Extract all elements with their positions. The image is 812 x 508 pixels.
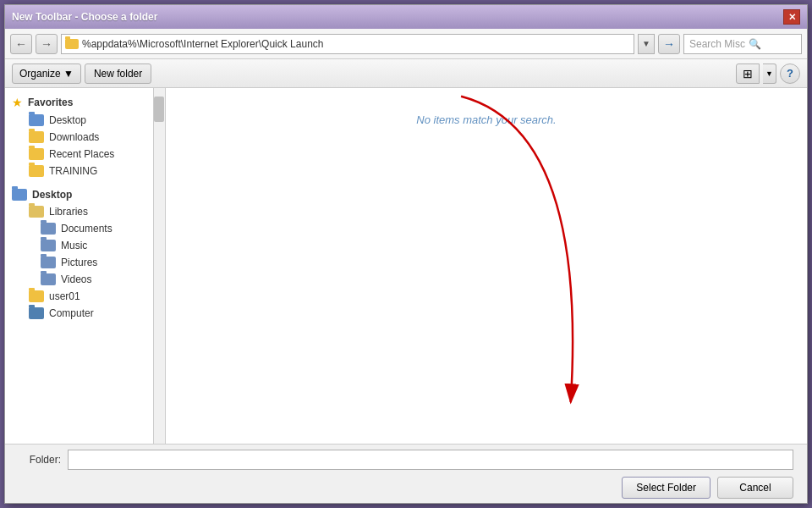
sidebar-videos-label: Videos [61,273,91,285]
bottom-bar: Folder: Select Folder Cancel [5,444,807,503]
recent-folder-icon [29,148,44,160]
sidebar-training-label: TRAINING [49,165,97,177]
organize-label: Organize ▼ [19,68,74,80]
sidebar-computer-label: Computer [49,307,94,319]
desktop-section-icon [12,189,27,201]
address-input-wrap: %appdata%\Microsoft\Internet Explorer\Qu… [61,34,634,54]
videos-folder-icon [41,273,56,285]
dialog-title: New Toolbar - Choose a folder [12,11,157,23]
sidebar-item-user[interactable]: user01 [5,288,153,305]
sidebar-scroll-thumb[interactable] [154,97,164,122]
computer-folder-icon [29,307,44,319]
go-button[interactable]: → [658,34,680,54]
toolbar: Organize ▼ New folder ⊞ ▼ ? [5,59,807,88]
sidebar-desktop-label: Desktop [49,114,86,126]
documents-folder-icon [41,223,56,235]
folder-input[interactable] [68,450,793,470]
new-folder-button[interactable]: New folder [85,64,151,84]
folder-input-row: Folder: [19,450,793,470]
sidebar-item-training[interactable]: TRAINING [5,163,153,179]
content-area: No items match your search. [166,88,807,444]
address-text[interactable]: %appdata%\Microsoft\Internet Explorer\Qu… [82,38,630,50]
search-icon: 🔍 [749,38,761,50]
sidebar-item-computer[interactable]: Computer [5,305,153,322]
sidebar-item-pictures[interactable]: Pictures [5,254,153,271]
address-folder-icon [65,39,79,49]
buttons-row: Select Folder Cancel [19,477,793,499]
sidebar-item-desktop[interactable]: Desktop [5,112,153,129]
libraries-folder-icon [29,206,44,218]
sidebar: ★ Favorites Desktop Downloads Recent Pla… [5,88,166,444]
desktop-folder-icon [29,114,44,126]
favorites-label: Favorites [28,97,73,108]
sidebar-content: ★ Favorites Desktop Downloads Recent Pla… [5,88,165,327]
search-placeholder: Search Misc [689,38,745,50]
new-folder-label: New folder [94,68,142,80]
favorites-header[interactable]: ★ Favorites [5,93,153,112]
address-dropdown-button[interactable]: ▼ [638,34,655,54]
sidebar-scrollbar[interactable] [153,88,165,444]
address-bar: ← → %appdata%\Microsoft\Internet Explore… [5,29,807,59]
user-folder-icon [29,290,44,302]
sidebar-item-documents[interactable]: Documents [5,220,153,237]
select-folder-button[interactable]: Select Folder [622,477,710,499]
sidebar-music-label: Music [61,240,87,251]
toolbar-right: ⊞ ▼ ? [736,64,800,84]
view-button[interactable]: ⊞ [736,64,760,84]
training-folder-icon [29,165,44,177]
folder-label: Folder: [19,454,61,466]
sidebar-separator-1 [5,179,153,186]
sidebar-pictures-label: Pictures [61,257,97,268]
cancel-button[interactable]: Cancel [717,477,793,499]
organize-button[interactable]: Organize ▼ [12,64,81,84]
downloads-folder-icon [29,131,44,143]
empty-message: No items match your search. [166,88,807,444]
sidebar-user-label: user01 [49,290,80,302]
sidebar-recent-label: Recent Places [49,148,114,160]
dialog-window: New Toolbar - Choose a folder ✕ ← → %app… [4,4,808,504]
favorites-icon: ★ [12,96,23,109]
pictures-folder-icon [41,257,56,268]
music-folder-icon [41,240,56,251]
title-bar: New Toolbar - Choose a folder ✕ [5,5,807,29]
desktop-section-label: Desktop [32,189,72,201]
forward-button[interactable]: → [36,34,58,54]
help-button[interactable]: ? [780,64,800,84]
sidebar-item-videos[interactable]: Videos [5,271,153,288]
sidebar-item-libraries[interactable]: Libraries [5,203,153,220]
view-dropdown-button[interactable]: ▼ [763,64,776,84]
main-area: ★ Favorites Desktop Downloads Recent Pla… [5,88,807,444]
sidebar-item-recent-places[interactable]: Recent Places [5,146,153,163]
sidebar-libraries-label: Libraries [49,206,88,218]
desktop-section-header[interactable]: Desktop [5,186,153,203]
sidebar-item-music[interactable]: Music [5,237,153,254]
search-box[interactable]: Search Misc 🔍 [683,34,802,54]
sidebar-downloads-label: Downloads [49,131,99,143]
sidebar-item-downloads[interactable]: Downloads [5,129,153,146]
sidebar-documents-label: Documents [61,223,112,235]
close-button[interactable]: ✕ [783,9,800,25]
back-button[interactable]: ← [10,34,32,54]
